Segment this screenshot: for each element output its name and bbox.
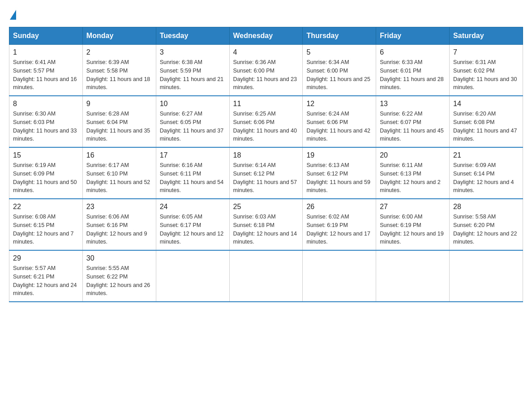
day-info: Sunrise: 6:38 AMSunset: 5:59 PMDaylight:…: [160, 59, 223, 90]
day-number: 4: [233, 48, 299, 56]
weekday-header-friday: Friday: [376, 27, 450, 45]
day-info: Sunrise: 6:28 AMSunset: 6:04 PMDaylight:…: [86, 111, 150, 142]
calendar-cell: 17 Sunrise: 6:16 AMSunset: 6:11 PMDaylig…: [156, 147, 229, 199]
day-number: 10: [160, 100, 226, 108]
day-info: Sunrise: 6:19 AMSunset: 6:09 PMDaylight:…: [13, 162, 77, 193]
calendar-cell: 29 Sunrise: 5:57 AMSunset: 6:21 PMDaylig…: [9, 250, 83, 302]
day-info: Sunrise: 6:06 AMSunset: 6:16 PMDaylight:…: [86, 214, 147, 245]
calendar-cell: [156, 250, 229, 302]
day-number: 17: [160, 151, 226, 159]
calendar-cell: 28 Sunrise: 5:58 AMSunset: 6:20 PMDaylig…: [450, 199, 523, 250]
calendar-cell: 25 Sunrise: 6:03 AMSunset: 6:18 PMDaylig…: [229, 199, 303, 250]
day-info: Sunrise: 6:16 AMSunset: 6:11 PMDaylight:…: [160, 162, 223, 193]
day-number: 20: [380, 151, 446, 159]
day-info: Sunrise: 6:33 AMSunset: 6:01 PMDaylight:…: [380, 59, 443, 90]
day-number: 21: [453, 151, 519, 159]
day-info: Sunrise: 6:02 AMSunset: 6:19 PMDaylight:…: [306, 214, 370, 245]
day-number: 11: [233, 100, 299, 108]
calendar-cell: 15 Sunrise: 6:19 AMSunset: 6:09 PMDaylig…: [9, 147, 83, 199]
day-info: Sunrise: 6:20 AMSunset: 6:08 PMDaylight:…: [453, 111, 517, 142]
weekday-header-wednesday: Wednesday: [229, 27, 303, 45]
calendar-cell: [376, 250, 450, 302]
calendar-cell: 12 Sunrise: 6:24 AMSunset: 6:06 PMDaylig…: [303, 96, 376, 147]
day-number: 23: [86, 203, 152, 211]
day-info: Sunrise: 5:57 AMSunset: 6:21 PMDaylight:…: [13, 265, 77, 296]
weekday-header-row: SundayMondayTuesdayWednesdayThursdayFrid…: [9, 27, 523, 45]
logo-triangle-icon: [10, 10, 16, 20]
calendar-cell: 1 Sunrise: 6:41 AMSunset: 5:57 PMDayligh…: [9, 45, 83, 96]
day-info: Sunrise: 5:55 AMSunset: 6:22 PMDaylight:…: [86, 265, 150, 296]
day-number: 9: [86, 100, 152, 108]
day-info: Sunrise: 6:34 AMSunset: 6:00 PMDaylight:…: [306, 59, 370, 90]
day-info: Sunrise: 6:27 AMSunset: 6:05 PMDaylight:…: [160, 111, 223, 142]
day-number: 1: [13, 48, 79, 56]
day-number: 13: [380, 100, 446, 108]
day-number: 6: [380, 48, 446, 56]
day-info: Sunrise: 6:39 AMSunset: 5:58 PMDaylight:…: [86, 59, 150, 90]
day-info: Sunrise: 6:09 AMSunset: 6:14 PMDaylight:…: [453, 162, 514, 193]
calendar-week-row: 1 Sunrise: 6:41 AMSunset: 5:57 PMDayligh…: [9, 45, 523, 96]
day-info: Sunrise: 6:00 AMSunset: 6:19 PMDaylight:…: [380, 214, 443, 245]
day-info: Sunrise: 6:22 AMSunset: 6:07 PMDaylight:…: [380, 111, 443, 142]
calendar-cell: 24 Sunrise: 6:05 AMSunset: 6:17 PMDaylig…: [156, 199, 229, 250]
day-info: Sunrise: 6:24 AMSunset: 6:06 PMDaylight:…: [306, 111, 370, 142]
day-number: 14: [453, 100, 519, 108]
calendar-cell: 4 Sunrise: 6:36 AMSunset: 6:00 PMDayligh…: [229, 45, 303, 96]
day-info: Sunrise: 6:25 AMSunset: 6:06 PMDaylight:…: [233, 111, 297, 142]
calendar-cell: 14 Sunrise: 6:20 AMSunset: 6:08 PMDaylig…: [450, 96, 523, 147]
day-info: Sunrise: 6:08 AMSunset: 6:15 PMDaylight:…: [13, 214, 74, 245]
day-info: Sunrise: 6:03 AMSunset: 6:18 PMDaylight:…: [233, 214, 297, 245]
day-number: 16: [86, 151, 152, 159]
day-number: 26: [306, 203, 372, 211]
logo: [9, 9, 16, 19]
day-info: Sunrise: 6:11 AMSunset: 6:13 PMDaylight:…: [380, 162, 441, 193]
calendar-cell: 5 Sunrise: 6:34 AMSunset: 6:00 PMDayligh…: [303, 45, 376, 96]
calendar-cell: 30 Sunrise: 5:55 AMSunset: 6:22 PMDaylig…: [82, 250, 156, 302]
day-number: 25: [233, 203, 299, 211]
calendar-cell: 6 Sunrise: 6:33 AMSunset: 6:01 PMDayligh…: [376, 45, 450, 96]
weekday-header-thursday: Thursday: [303, 27, 376, 45]
calendar-cell: 16 Sunrise: 6:17 AMSunset: 6:10 PMDaylig…: [82, 147, 156, 199]
calendar-week-row: 15 Sunrise: 6:19 AMSunset: 6:09 PMDaylig…: [9, 147, 523, 199]
day-number: 8: [13, 100, 79, 108]
day-number: 19: [306, 151, 372, 159]
day-info: Sunrise: 6:14 AMSunset: 6:12 PMDaylight:…: [233, 162, 297, 193]
day-number: 22: [13, 203, 79, 211]
calendar-cell: 7 Sunrise: 6:31 AMSunset: 6:02 PMDayligh…: [450, 45, 523, 96]
day-info: Sunrise: 6:30 AMSunset: 6:03 PMDaylight:…: [13, 111, 77, 142]
calendar-week-row: 29 Sunrise: 5:57 AMSunset: 6:21 PMDaylig…: [9, 250, 523, 302]
page-header: [9, 9, 523, 19]
day-number: 7: [453, 48, 519, 56]
day-number: 5: [306, 48, 372, 56]
calendar-cell: [303, 250, 376, 302]
calendar-cell: 18 Sunrise: 6:14 AMSunset: 6:12 PMDaylig…: [229, 147, 303, 199]
calendar-cell: 11 Sunrise: 6:25 AMSunset: 6:06 PMDaylig…: [229, 96, 303, 147]
calendar-cell: 27 Sunrise: 6:00 AMSunset: 6:19 PMDaylig…: [376, 199, 450, 250]
calendar-cell: 10 Sunrise: 6:27 AMSunset: 6:05 PMDaylig…: [156, 96, 229, 147]
weekday-header-monday: Monday: [82, 27, 156, 45]
calendar-week-row: 8 Sunrise: 6:30 AMSunset: 6:03 PMDayligh…: [9, 96, 523, 147]
calendar-cell: 13 Sunrise: 6:22 AMSunset: 6:07 PMDaylig…: [376, 96, 450, 147]
day-number: 29: [13, 254, 79, 262]
day-number: 15: [13, 151, 79, 159]
calendar-cell: [229, 250, 303, 302]
calendar-cell: [450, 250, 523, 302]
weekday-header-saturday: Saturday: [450, 27, 523, 45]
calendar-cell: 22 Sunrise: 6:08 AMSunset: 6:15 PMDaylig…: [9, 199, 83, 250]
calendar-cell: 19 Sunrise: 6:13 AMSunset: 6:12 PMDaylig…: [303, 147, 376, 199]
day-number: 12: [306, 100, 372, 108]
day-number: 30: [86, 254, 152, 262]
weekday-header-tuesday: Tuesday: [156, 27, 229, 45]
day-number: 27: [380, 203, 446, 211]
day-number: 28: [453, 203, 519, 211]
weekday-header-sunday: Sunday: [9, 27, 83, 45]
day-number: 2: [86, 48, 152, 56]
calendar-week-row: 22 Sunrise: 6:08 AMSunset: 6:15 PMDaylig…: [9, 199, 523, 250]
day-info: Sunrise: 6:05 AMSunset: 6:17 PMDaylight:…: [160, 214, 223, 245]
day-info: Sunrise: 6:31 AMSunset: 6:02 PMDaylight:…: [453, 59, 517, 90]
calendar-cell: 26 Sunrise: 6:02 AMSunset: 6:19 PMDaylig…: [303, 199, 376, 250]
calendar-cell: 3 Sunrise: 6:38 AMSunset: 5:59 PMDayligh…: [156, 45, 229, 96]
calendar-cell: 2 Sunrise: 6:39 AMSunset: 5:58 PMDayligh…: [82, 45, 156, 96]
day-info: Sunrise: 6:41 AMSunset: 5:57 PMDaylight:…: [13, 59, 77, 90]
day-number: 24: [160, 203, 226, 211]
